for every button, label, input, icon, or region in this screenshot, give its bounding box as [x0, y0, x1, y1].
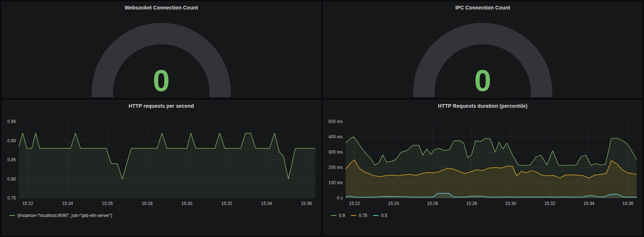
gauge-value: 0 [474, 63, 491, 97]
legend-item[interactable]: 0.75 [351, 213, 367, 218]
legend-item[interactable]: 0.5 [373, 213, 387, 218]
svg-text:15:36: 15:36 [623, 201, 633, 206]
svg-text:15:26: 15:26 [427, 201, 438, 206]
dashboard-grid: Websocket Connection Count 0 IPC Connect… [0, 0, 644, 237]
gauge-value: 0 [153, 63, 170, 97]
svg-text:15:22: 15:22 [22, 201, 33, 206]
panel-title[interactable]: IPC Connection Count [324, 5, 642, 11]
legend-label: 0.5 [381, 213, 387, 218]
svg-text:15:28: 15:28 [466, 201, 477, 206]
svg-text:0.90: 0.90 [7, 138, 16, 143]
panel-title[interactable]: Websocket Connection Count [2, 5, 320, 11]
x-axis-labels: 15:2215:2415:2615:2815:3015:3215:3415:36 [22, 201, 312, 206]
svg-text:0.75: 0.75 [7, 195, 16, 201]
legend-label: 0.75 [359, 213, 367, 218]
legend: {instance="localhost:8090", job="ipld-et… [9, 213, 112, 218]
legend-label: {instance="localhost:8090", job="ipld-et… [17, 213, 112, 218]
svg-text:15:30: 15:30 [181, 201, 192, 206]
legend-dash-icon [373, 215, 379, 216]
y-axis-labels: 0 s100 ms200 ms300 ms400 ms500 ms [328, 119, 343, 201]
panel-title[interactable]: HTTP Requests duration (percentile) [324, 103, 642, 109]
svg-text:400 ms: 400 ms [328, 134, 343, 139]
gauge-svg: 0 [324, 2, 642, 97]
svg-text:15:22: 15:22 [349, 201, 360, 206]
x-axis-labels: 15:2215:2415:2615:2815:3015:3215:3415:36 [349, 201, 634, 206]
svg-text:0.95: 0.95 [7, 119, 16, 124]
svg-text:0.80: 0.80 [7, 177, 16, 182]
legend: 0.90.750.5 [331, 213, 387, 218]
svg-text:15:34: 15:34 [261, 201, 272, 206]
ipc-gauge: 0 [324, 2, 642, 97]
gauge-svg: 0 [2, 2, 320, 97]
svg-text:0 s: 0 s [337, 195, 343, 201]
panel-http-requests-duration: HTTP Requests duration (percentile) 0 s1… [323, 100, 642, 235]
svg-text:15:24: 15:24 [62, 201, 73, 206]
panel-websocket-connection-count: Websocket Connection Count 0 [2, 2, 321, 98]
legend-dash-icon [9, 215, 15, 216]
svg-text:15:30: 15:30 [505, 201, 516, 206]
websocket-gauge: 0 [2, 2, 320, 97]
svg-text:15:34: 15:34 [584, 201, 594, 206]
svg-text:15:24: 15:24 [388, 201, 399, 206]
legend-dash-icon [351, 215, 356, 216]
svg-text:300 ms: 300 ms [328, 150, 343, 155]
svg-text:500 ms: 500 ms [328, 119, 343, 124]
panel-http-requests-per-second: HTTP requests per second 0.750.800.850.9… [2, 100, 321, 235]
panel-title[interactable]: HTTP requests per second [2, 103, 320, 109]
series-area-0 [19, 133, 315, 198]
svg-text:15:32: 15:32 [544, 201, 555, 206]
svg-text:100 ms: 100 ms [328, 180, 343, 185]
svg-text:200 ms: 200 ms [328, 165, 343, 170]
legend-item[interactable]: 0.9 [331, 213, 345, 218]
y-axis-labels: 0.750.800.850.900.95 [7, 119, 16, 201]
svg-text:15:28: 15:28 [142, 201, 153, 206]
legend-dash-icon [331, 215, 336, 216]
svg-text:15:32: 15:32 [221, 201, 232, 206]
panel-ipc-connection-count: IPC Connection Count 0 [323, 2, 642, 98]
svg-text:15:26: 15:26 [102, 201, 113, 206]
svg-text:0.85: 0.85 [7, 157, 16, 162]
legend-item[interactable]: {instance="localhost:8090", job="ipld-et… [9, 213, 112, 218]
legend-label: 0.9 [339, 213, 345, 218]
svg-text:15:36: 15:36 [301, 201, 312, 206]
